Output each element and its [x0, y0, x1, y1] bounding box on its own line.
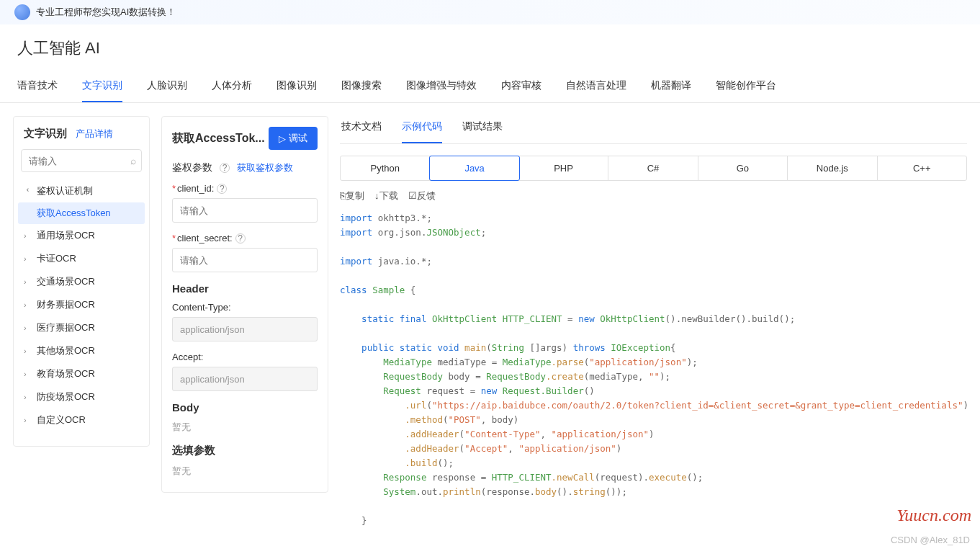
chevron-icon: ›: [24, 277, 34, 286]
top-banner: 专业工程师帮您实现AI数据转换！: [0, 0, 980, 24]
chevron-icon: ›: [24, 393, 34, 401]
lang-tab-1[interactable]: Java: [429, 156, 519, 181]
accept-field: Accept:: [172, 352, 318, 391]
tree-item-7[interactable]: ›教育场景OCR: [18, 362, 145, 385]
banner-icon: [14, 4, 30, 20]
params-panel: 获取AccessTok... ▷ 调试 鉴权参数 ? 获取鉴权参数 *clien…: [161, 116, 328, 493]
tree-sub-0-0[interactable]: 获取AccessToken: [18, 202, 145, 224]
content-type-input: [172, 317, 318, 341]
search-icon[interactable]: ⌕: [130, 155, 136, 166]
doc-tab-2[interactable]: 调试结果: [462, 116, 503, 143]
download-action[interactable]: ↓下载: [374, 189, 398, 202]
tree-item-3[interactable]: ›交通场景OCR: [18, 270, 145, 293]
lang-tab-0[interactable]: Python: [341, 156, 430, 180]
body-empty: 暂无: [172, 421, 318, 434]
client-secret-label: *client_secret:?: [172, 233, 318, 244]
lang-tab-3[interactable]: C#: [608, 156, 698, 180]
auth-section-label: 鉴权参数: [172, 161, 212, 174]
help-icon[interactable]: ?: [217, 184, 227, 194]
main-tab-4[interactable]: 图像识别: [277, 72, 317, 102]
watermark: Yuucn.com: [896, 506, 971, 525]
chevron-icon: ›: [24, 231, 34, 240]
debug-button[interactable]: ▷ 调试: [269, 127, 318, 150]
debug-button-label: 调试: [289, 132, 307, 145]
search-wrap: ⌕: [14, 149, 149, 179]
doc-tabs: 技术文档示例代码调试结果: [340, 116, 967, 144]
main-tab-1[interactable]: 文字识别: [82, 72, 122, 102]
doc-tab-1[interactable]: 示例代码: [402, 116, 442, 143]
auth-section-row: 鉴权参数 ? 获取鉴权参数: [172, 161, 318, 174]
optional-empty: 暂无: [172, 465, 318, 478]
get-auth-link[interactable]: 获取鉴权参数: [237, 161, 293, 174]
client-id-input[interactable]: [172, 198, 318, 223]
banner-text: 专业工程师帮您实现AI数据转换！: [36, 6, 176, 19]
chevron-icon: ›: [24, 323, 34, 332]
main-tab-10[interactable]: 智能创作平台: [716, 72, 776, 102]
tree-item-9[interactable]: ›自定义OCR: [18, 408, 145, 432]
main-tab-6[interactable]: 图像增强与特效: [406, 72, 477, 102]
tree-item-6[interactable]: ›其他场景OCR: [18, 339, 145, 362]
chevron-icon: ›: [24, 254, 34, 263]
lang-tab-4[interactable]: Go: [698, 156, 788, 180]
csdn-attribution: CSDN @Alex_81D: [891, 535, 970, 545]
lang-tabs: PythonJavaPHPC#GoNode.jsC++: [340, 156, 967, 181]
code-panel: 技术文档示例代码调试结果 PythonJavaPHPC#GoNode.jsC++…: [340, 116, 967, 554]
chevron-icon: ›: [24, 300, 34, 309]
lang-tab-2[interactable]: PHP: [519, 156, 608, 180]
main-tabs: 语音技术文字识别人脸识别人体分析图像识别图像搜索图像增强与特效内容审核自然语言处…: [0, 72, 980, 103]
help-icon[interactable]: ?: [235, 233, 246, 244]
code-actions: ⎘复制 ↓下载 ☑反馈: [340, 189, 967, 202]
content-type-label: Content-Type:: [172, 302, 318, 313]
sidebar-tree: ⌄鉴权认证机制获取AccessToken›通用场景OCR›卡证OCR›交通场景O…: [14, 179, 149, 432]
chevron-icon: ›: [24, 370, 34, 378]
page-title: 人工智能 AI: [17, 37, 963, 59]
product-detail-link[interactable]: 产品详情: [76, 128, 113, 140]
main-tab-3[interactable]: 人体分析: [212, 72, 252, 102]
lang-tab-6[interactable]: C++: [878, 156, 966, 180]
tree-item-8[interactable]: ›防疫场景OCR: [18, 385, 145, 408]
body-title: Body: [172, 401, 318, 414]
main-tab-2[interactable]: 人脸识别: [147, 72, 187, 102]
help-icon[interactable]: ?: [220, 163, 230, 173]
client-id-field: *client_id:?: [172, 183, 318, 223]
chevron-icon: ⌄: [24, 186, 34, 196]
client-id-label: *client_id:?: [172, 183, 318, 194]
main-tab-8[interactable]: 自然语言处理: [566, 72, 626, 102]
main-tab-5[interactable]: 图像搜索: [341, 72, 382, 102]
tree-item-2[interactable]: ›卡证OCR: [18, 247, 145, 270]
chevron-icon: ›: [24, 416, 34, 424]
content-type-field: Content-Type:: [172, 302, 318, 341]
code-block: import okhttp3.*; import org.json.JSONOb…: [340, 208, 967, 554]
params-head: 获取AccessTok... ▷ 调试: [172, 127, 318, 150]
main-tab-9[interactable]: 机器翻译: [651, 72, 691, 102]
chevron-icon: ›: [24, 347, 34, 355]
search-input[interactable]: [21, 149, 142, 172]
sidebar: 文字识别 产品详情 ⌕ ⌄鉴权认证机制获取AccessToken›通用场景OCR…: [13, 116, 150, 447]
client-secret-field: *client_secret:?: [172, 233, 318, 272]
sidebar-header: 文字识别 产品详情: [14, 127, 149, 149]
play-icon: ▷: [279, 133, 286, 144]
sidebar-title: 文字识别: [24, 127, 67, 140]
tree-item-4[interactable]: ›财务票据OCR: [18, 293, 145, 316]
doc-tab-0[interactable]: 技术文档: [341, 116, 382, 143]
workspace: 文字识别 产品详情 ⌕ ⌄鉴权认证机制获取AccessToken›通用场景OCR…: [0, 103, 980, 554]
accept-label: Accept:: [172, 352, 318, 362]
main-tab-0[interactable]: 语音技术: [17, 72, 58, 102]
tree-item-5[interactable]: ›医疗票据OCR: [18, 316, 145, 339]
tree-item-1[interactable]: ›通用场景OCR: [18, 224, 145, 247]
page-header: 人工智能 AI: [0, 24, 980, 59]
feedback-action[interactable]: ☑反馈: [408, 189, 436, 202]
main-tab-7[interactable]: 内容审核: [501, 72, 541, 102]
accept-input: [172, 367, 318, 391]
copy-action[interactable]: ⎘复制: [340, 189, 364, 202]
header-title: Header: [172, 282, 318, 295]
tree-item-0[interactable]: ⌄鉴权认证机制: [18, 179, 145, 202]
client-secret-input[interactable]: [172, 248, 318, 272]
optional-title: 选填参数: [172, 444, 318, 457]
lang-tab-5[interactable]: Node.js: [788, 156, 877, 180]
params-title: 获取AccessTok...: [172, 131, 265, 146]
